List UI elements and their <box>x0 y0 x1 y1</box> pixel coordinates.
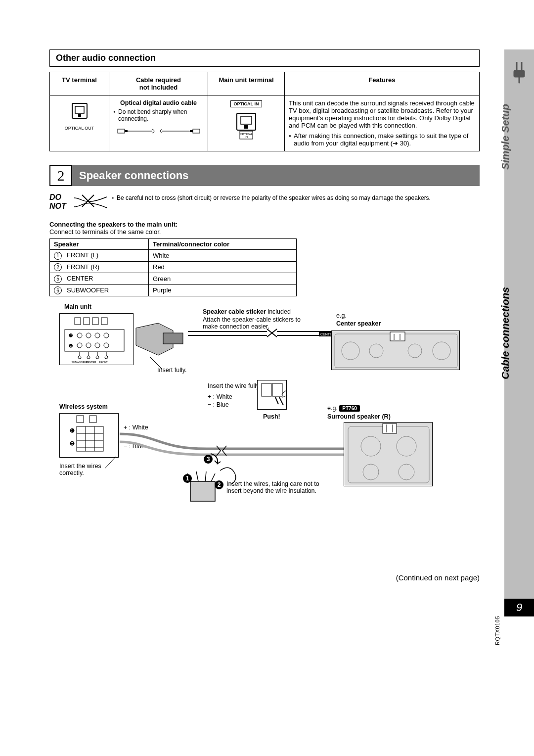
do-not-label: DO NOT <box>49 193 73 211</box>
svg-rect-58 <box>262 383 271 396</box>
connecting-subtext: Connect to terminals of the same color. <box>49 228 480 236</box>
svg-rect-9 <box>193 129 200 133</box>
row-num: 6 <box>54 286 62 294</box>
table-row: 6SUBWOOFERPurple <box>50 284 297 296</box>
row-name: SUBWOOFER <box>67 286 109 294</box>
connecting-subheading: Connecting the speakers to the main unit… <box>49 221 480 228</box>
svg-point-54 <box>433 342 450 360</box>
other-audio-table: TV terminal Cable required not included … <box>49 72 480 151</box>
svg-point-27 <box>104 333 109 338</box>
features-bullet-1: After making this connection, make setti… <box>289 132 475 147</box>
svg-text:CENTER: CENTER <box>86 361 96 364</box>
label-plus-white-2: + : White <box>208 393 232 400</box>
model-pill: PT760 <box>339 405 359 412</box>
svg-rect-59 <box>272 383 282 396</box>
eg-text: e.g. <box>327 405 338 412</box>
do-not-text: Be careful not to cross (short circuit) … <box>112 194 431 201</box>
svg-point-74 <box>363 464 379 480</box>
svg-rect-8 <box>190 130 193 132</box>
row-name: FRONT (L) <box>67 251 98 259</box>
sticker-note: Attach the speaker-cable stickers to mak… <box>203 316 316 330</box>
surround-speaker-box <box>344 422 433 486</box>
th-tv-terminal: TV terminal <box>50 72 109 95</box>
th-cable-required: Cable required not included <box>109 72 208 95</box>
push-terminal-box <box>257 380 287 410</box>
table-row: 5CENTERGreen <box>50 273 297 285</box>
label-surround-r: Surround speaker (R) <box>327 413 391 420</box>
svg-rect-18 <box>75 318 81 325</box>
side-section-cable-connections: Cable connections <box>499 287 511 379</box>
crossed-wires-icon <box>73 193 108 212</box>
heading-other-audio: Other audio connection <box>49 49 480 67</box>
svg-point-75 <box>399 464 414 480</box>
svg-point-51 <box>342 342 359 360</box>
svg-point-30 <box>86 343 91 348</box>
svg-rect-76 <box>383 424 397 433</box>
optical-out-icon <box>69 101 90 124</box>
step-title: Speaker connections <box>72 165 480 186</box>
svg-rect-4 <box>118 129 125 133</box>
svg-rect-19 <box>84 318 89 325</box>
svg-point-29 <box>77 343 82 348</box>
row-name: CENTER <box>67 275 93 282</box>
eg-label-2: e.g. PT760 <box>327 405 360 412</box>
svg-rect-0 <box>514 71 524 77</box>
wiring-diagram: Main unit ⊕ ⊖ SUBWOOFER CENTER <box>49 303 480 580</box>
optical-out-label: OPTICAL OUT <box>54 126 105 131</box>
page-number: 9 <box>504 599 534 616</box>
svg-rect-22 <box>65 330 124 351</box>
svg-point-24 <box>77 333 82 338</box>
svg-rect-5 <box>125 130 128 132</box>
optical-in-badge: OPTICAL IN <box>230 100 263 107</box>
arrow-down-icon <box>208 452 222 467</box>
sticker-line: Speaker cable sticker included <box>203 308 291 315</box>
svg-text:IN: IN <box>245 136 248 139</box>
label-center-speaker: Center speaker <box>336 320 381 327</box>
optical-in-icon: OPTICALIN <box>234 112 259 142</box>
row-color: Purple <box>149 284 297 296</box>
label-insert-wire-fully: Insert the wire fully. <box>208 382 261 389</box>
cable-name: Optical digital audio cable <box>113 99 204 106</box>
svg-rect-21 <box>101 318 107 325</box>
table-row: 1FRONT (L)White <box>50 250 297 262</box>
svg-point-26 <box>95 333 100 338</box>
wireless-terminal-box: ⊕⊖ <box>59 413 119 458</box>
sticker-bold: Speaker cable sticker <box>203 308 266 315</box>
label-push: Push! <box>263 413 280 420</box>
th-terminal-color: Terminal/connector color <box>149 239 297 250</box>
svg-text:⊕: ⊕ <box>69 332 73 338</box>
step-bar: 2 Speaker connections <box>49 165 480 186</box>
th-features: Features <box>285 72 480 95</box>
cell-cable-required: Optical digital audio cable Do not bend … <box>109 95 208 151</box>
speaker-color-table: Speaker Terminal/connector color 1FRONT … <box>49 238 297 296</box>
svg-rect-2 <box>75 106 84 113</box>
svg-rect-3 <box>78 114 81 117</box>
svg-rect-20 <box>92 318 98 325</box>
th-main-unit-terminal: Main unit terminal <box>208 72 285 95</box>
svg-point-73 <box>397 436 416 456</box>
svg-point-32 <box>104 343 109 348</box>
connector-main-icon <box>134 318 193 363</box>
cable-note: Do not bend sharply when connecting. <box>113 108 204 122</box>
svg-rect-55 <box>390 332 405 341</box>
svg-text:⊕: ⊕ <box>70 427 75 434</box>
svg-line-70 <box>105 457 116 469</box>
svg-point-53 <box>408 344 422 358</box>
eg-label-1: e.g. <box>336 312 347 319</box>
table-row: 2FRONT (R)Red <box>50 261 297 273</box>
row-num: 1 <box>54 252 62 260</box>
th-speaker: Speaker <box>50 239 149 250</box>
svg-text:FRONT: FRONT <box>99 361 107 364</box>
cell-tv-terminal: OPTICAL OUT <box>50 95 109 151</box>
continued-note: (Continued on next page) <box>49 573 480 582</box>
svg-point-31 <box>95 343 100 348</box>
th-cable-required-text: Cable required not included <box>136 76 181 91</box>
cell-main-terminal: OPTICAL IN OPTICALIN <box>208 95 285 151</box>
center-speaker-box <box>331 331 460 370</box>
svg-point-25 <box>86 333 91 338</box>
row-num: 5 <box>54 275 62 283</box>
row-color: White <box>149 250 297 262</box>
leader-line-2-icon <box>104 455 119 470</box>
main-unit-terminal-box: ⊕ ⊖ SUBWOOFER CENTER FRONT <box>59 313 134 365</box>
step2-text: Insert the wires, taking care not to ins… <box>226 480 325 494</box>
